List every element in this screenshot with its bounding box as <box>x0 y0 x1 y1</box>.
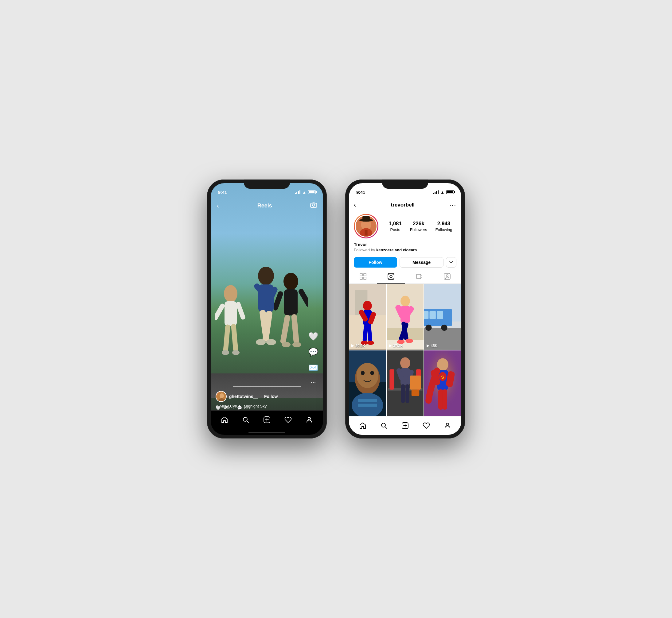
grid-item-2[interactable]: 37.3K <box>387 284 424 350</box>
svg-rect-3 <box>235 301 246 320</box>
nav-add-left[interactable] <box>259 414 274 426</box>
svg-point-94 <box>370 371 374 375</box>
svg-rect-108 <box>410 375 421 389</box>
back-button-right[interactable]: ‹ <box>354 201 356 209</box>
svg-point-102 <box>400 357 410 369</box>
tab-reels[interactable] <box>377 270 405 284</box>
share-action[interactable]: ✉️ <box>308 363 318 373</box>
sig-r-1 <box>433 193 434 194</box>
battery-fill-left <box>309 191 315 193</box>
dancer-1 <box>215 281 246 380</box>
tab-igtv[interactable] <box>405 270 433 284</box>
play-count-1: 30.2K <box>351 344 365 348</box>
svg-rect-45 <box>364 277 366 280</box>
profile-action-row: Follow Message <box>349 255 461 270</box>
phone-screen-left: 9:41 ▲ <box>211 183 323 435</box>
signal-bar-3 <box>298 191 299 194</box>
svg-rect-100 <box>390 369 394 389</box>
follow-button[interactable]: Follow <box>354 257 397 268</box>
svg-rect-21 <box>291 314 299 343</box>
stat-following-value: 2,943 <box>437 221 450 227</box>
svg-point-7 <box>232 350 240 355</box>
road-line <box>233 386 301 387</box>
play-count-3: 45K <box>426 344 437 348</box>
svg-point-87 <box>441 325 447 331</box>
reels-screen: 9:41 ▲ <box>211 183 323 435</box>
reels-avatar <box>216 391 227 402</box>
stat-following-label: Following <box>435 227 452 232</box>
reels-bottom-bar: 🤍 145K 💬 190 <box>211 406 323 410</box>
reels-title: Reels <box>257 203 272 209</box>
like-action[interactable]: 🤍 <box>308 332 318 341</box>
svg-rect-2 <box>215 303 226 321</box>
wifi-icon-left: ▲ <box>302 190 306 195</box>
profile-header: ‹ trevorbell ··· <box>349 199 461 211</box>
svg-rect-84 <box>430 311 436 319</box>
comment-icon: 💬 <box>308 347 318 357</box>
stat-posts-value: 1,081 <box>389 221 402 227</box>
profile-stats: 1,081 Posts 226k Followers 2,943 Followi… <box>385 221 456 232</box>
back-button-left[interactable]: ‹ <box>217 202 219 210</box>
status-icons-right: ▲ <box>433 190 454 195</box>
status-icons-left: ▲ <box>295 190 316 195</box>
heart-icon: 🤍 <box>308 332 318 341</box>
followed-by-users[interactable]: kenzoere and eloears <box>376 247 417 252</box>
home-indicator-left <box>248 432 285 433</box>
nav-home-right[interactable] <box>355 419 370 432</box>
stat-posts-label: Posts <box>390 227 401 232</box>
grid-item-4[interactable] <box>349 350 386 416</box>
profile-bio: Trevor Followed by kenzoere and eloears <box>349 241 461 255</box>
nav-search-right[interactable] <box>376 419 391 432</box>
play-count-2: 37.3K <box>389 344 403 348</box>
battery-icon-right <box>446 190 454 194</box>
camera-icon[interactable] <box>310 202 317 210</box>
more-options-button[interactable]: ··· <box>449 202 456 209</box>
nav-search-left[interactable] <box>238 414 253 426</box>
right-phone: 9:41 ▲ <box>345 180 465 438</box>
comments-count-icon: 💬 190 <box>237 406 250 410</box>
comment-action[interactable]: 💬 <box>308 347 318 357</box>
svg-marker-66 <box>351 344 354 347</box>
dropdown-button[interactable] <box>446 257 456 268</box>
signal-bars-left <box>295 190 301 194</box>
grid-item-6[interactable]: S <box>424 350 461 416</box>
stat-followers[interactable]: 226k Followers <box>410 221 427 232</box>
svg-rect-97 <box>358 404 377 407</box>
svg-rect-85 <box>437 311 443 319</box>
nav-heart-right[interactable] <box>419 419 434 432</box>
sig-r-3 <box>436 191 437 194</box>
svg-rect-1 <box>225 301 237 326</box>
nav-add-right[interactable] <box>398 419 413 432</box>
grid-item-1[interactable]: 30.2K <box>349 284 386 350</box>
reels-actions: 🤍 💬 ✉️ ··· <box>308 332 318 386</box>
svg-rect-109 <box>411 389 419 396</box>
svg-rect-42 <box>360 274 362 276</box>
svg-point-125 <box>446 423 449 426</box>
nav-heart-left[interactable] <box>281 414 296 426</box>
reels-username[interactable]: ghettotwins__ <box>229 394 258 399</box>
profile-followed-by: Followed by kenzoere and eloears <box>354 247 456 252</box>
svg-rect-107 <box>405 384 409 403</box>
tab-grid[interactable] <box>349 270 377 284</box>
svg-point-58 <box>363 301 372 311</box>
tab-tagged[interactable] <box>433 270 461 284</box>
svg-rect-39 <box>362 216 370 221</box>
grid-item-5[interactable] <box>387 350 424 416</box>
profile-tabs <box>349 270 461 284</box>
nav-profile-left[interactable] <box>302 414 317 426</box>
grid-item-3[interactable]: 45K <box>424 284 461 350</box>
nav-profile-right[interactable] <box>440 419 455 432</box>
message-button[interactable]: Message <box>400 257 443 268</box>
more-action[interactable]: ··· <box>311 379 316 386</box>
svg-point-47 <box>390 275 392 278</box>
profile-screen: 9:41 ▲ <box>349 183 461 435</box>
profile-avatar <box>355 215 377 237</box>
reels-follow-button[interactable]: Follow <box>264 394 278 399</box>
stat-following[interactable]: 2,943 Following <box>435 221 452 232</box>
sig-r-2 <box>435 192 435 194</box>
svg-rect-119 <box>442 389 447 409</box>
stat-followers-label: Followers <box>410 227 427 232</box>
nav-home-left[interactable] <box>217 414 232 426</box>
svg-point-51 <box>393 278 394 279</box>
status-bar-left: 9:41 ▲ <box>211 183 323 199</box>
